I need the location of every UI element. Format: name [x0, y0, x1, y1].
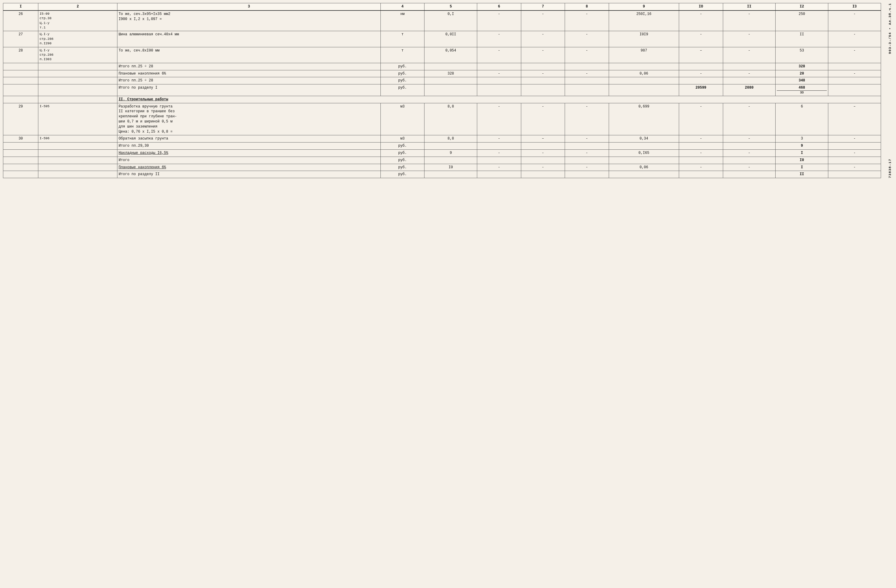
row-col7: - — [521, 47, 565, 63]
table-row: II. Строительные работы — [3, 96, 881, 103]
subtotal2-col13 — [828, 77, 881, 84]
row-col13: - — [828, 47, 881, 63]
row-col5: 8,8 — [425, 135, 477, 143]
subtotal-col8: - — [565, 70, 609, 77]
subtotal-empty2 — [38, 63, 117, 70]
subtotal-col9 — [609, 171, 679, 178]
subtotal-col13: - — [828, 70, 881, 77]
row-col11: - — [723, 103, 776, 135]
subtotal-col10 — [679, 63, 723, 70]
row-col5: 0,054 — [425, 47, 477, 63]
table-row: Итого пп.25 ÷ 28 руб. 348 — [3, 77, 881, 84]
total-col13 — [828, 84, 881, 96]
total-desc: Итого по разделу I — [117, 84, 381, 96]
subtotal-desc: Накладные расходы I6,5% — [117, 150, 381, 157]
row-col7: – — [521, 135, 565, 143]
row-col6: - — [477, 135, 521, 143]
header-col5: 5 — [425, 3, 477, 11]
row-col12: II — [776, 31, 828, 47]
row-unit: м3 — [381, 135, 425, 143]
subtotal-col11 — [723, 63, 776, 70]
subtotal-col13 — [828, 63, 881, 70]
total-col6 — [477, 84, 521, 96]
row-col8: - — [565, 31, 609, 47]
table-row: 29 I-595 Разработка вручную грунта II ка… — [3, 103, 881, 135]
row-col8: - — [565, 11, 609, 31]
section-empty1 — [3, 96, 38, 103]
subtotal-empty1 — [3, 150, 38, 157]
row-col5: 0,I — [425, 11, 477, 31]
total-col12: 46833 — [776, 84, 828, 96]
subtotal2-unit: руб. — [381, 77, 425, 84]
header-col9: 9 — [609, 3, 679, 11]
subtotal-col10 — [679, 171, 723, 178]
subtotal-col9: 0,I65 — [609, 150, 679, 157]
header-col13: I3 — [828, 3, 881, 11]
subtotal-col5: 328 — [425, 70, 477, 77]
row-col10: - — [679, 103, 723, 135]
subtotal2-col8 — [565, 77, 609, 84]
subtotal-col10 — [679, 156, 723, 164]
subtotal-empty2 — [38, 156, 117, 164]
subtotal-empty2 — [38, 70, 117, 77]
row-col9: 250I,16 — [609, 11, 679, 31]
row-col8: - — [565, 103, 609, 135]
subtotal-col5 — [425, 156, 477, 164]
subtotal-desc: Итого пп.25 ÷ 28 — [117, 63, 381, 70]
subtotal-col8 — [565, 156, 609, 164]
header-row: I 2 3 4 5 6 7 8 9 IO II I2 I3 — [3, 3, 881, 11]
subtotal-col8: - — [565, 164, 609, 171]
subtotal2-col7 — [521, 77, 565, 84]
subtotal-empty2 — [38, 150, 117, 157]
subtotal2-col9 — [609, 77, 679, 84]
subtotal-col8 — [565, 63, 609, 70]
subtotal-empty1 — [3, 171, 38, 178]
total-col8 — [565, 84, 609, 96]
row-col11: - — [723, 31, 776, 47]
subtotal-col8: - — [565, 150, 609, 157]
section-header-text: II. Строительные работы — [117, 96, 881, 103]
row-num: 28 — [3, 47, 38, 63]
row-unit: м3 — [381, 103, 425, 135]
subtotal-col9: 0,06 — [609, 70, 679, 77]
row-col13: - — [828, 11, 881, 31]
subtotal-col13: - — [828, 150, 881, 157]
subtotal-col10: - — [679, 70, 723, 77]
row-ref: I-596 — [38, 135, 117, 143]
total-col7 — [521, 84, 565, 96]
header-col1: I — [3, 3, 38, 11]
row-unit: нм — [381, 11, 425, 31]
subtotal-col6 — [477, 156, 521, 164]
row-col6: - — [477, 47, 521, 63]
subtotal-unit: руб. — [381, 164, 425, 171]
row-col7: - — [521, 31, 565, 47]
subtotal-col8 — [565, 143, 609, 150]
subtotal-col9 — [609, 156, 679, 164]
row-col9: I0I9 — [609, 31, 679, 47]
row-col6: - — [477, 31, 521, 47]
row-col8: - — [565, 135, 609, 143]
row-desc: Разработка вручную грунта II категории в… — [117, 103, 381, 135]
row-col9: 987 — [609, 47, 679, 63]
header-col12: I2 — [776, 3, 828, 11]
subtotal-col6: - — [477, 164, 521, 171]
subtotal-empty1 — [3, 63, 38, 70]
row-col12: 6 — [776, 103, 828, 135]
row-col9: 0,699 — [609, 103, 679, 135]
subtotal-col7 — [521, 63, 565, 70]
subtotal-empty1 — [3, 70, 38, 77]
subtotal-col11: - — [723, 70, 776, 77]
subtotal-col11: - — [723, 150, 776, 157]
row-ref: I5-09 стр.38 Ц.1-у т.1 — [38, 11, 117, 31]
subtotal-col13 — [828, 156, 881, 164]
subtotal2-col11 — [723, 77, 776, 84]
table-row: 28 Ц.I-у стр.286 п.I303 То же, сеч.8хI00… — [3, 47, 881, 63]
subtotal-col12: I — [776, 164, 828, 171]
subtotal-col5 — [425, 63, 477, 70]
header-col4: 4 — [381, 3, 425, 11]
table-row: 30 I-596 Обратная засыпка грунта м3 8,8 … — [3, 135, 881, 143]
header-col2: 2 — [38, 3, 117, 11]
row-desc: То же, сеч.3х95+Iх35 мм2 I900 х I,2 х 1,… — [117, 11, 381, 31]
subtotal-col6: - — [477, 150, 521, 157]
header-col6: 6 — [477, 3, 521, 11]
